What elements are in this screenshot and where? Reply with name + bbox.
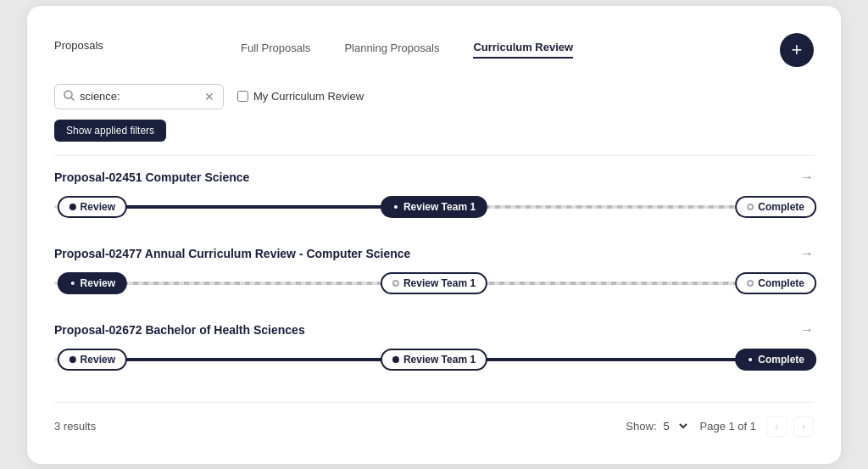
proposal-3-title: Proposal-02672 Bachelor of Health Scienc… bbox=[54, 323, 305, 337]
search-icon bbox=[64, 89, 75, 104]
proposal-item-2: Proposal-02477 Annual Curriculum Review … bbox=[54, 246, 814, 305]
stage-review-team-1-2: Review Team 1 bbox=[381, 272, 487, 294]
my-curriculum-review-checkbox[interactable] bbox=[237, 91, 248, 102]
stage-review-pill: Review bbox=[58, 196, 127, 218]
stage-review-team-1-2-pill: Review Team 1 bbox=[381, 272, 487, 294]
section-label: Proposals bbox=[54, 39, 241, 52]
tabs-row: Full Proposals Planning Proposals Curric… bbox=[241, 41, 780, 59]
stage-review-team-1-label: Review Team 1 bbox=[403, 201, 476, 213]
clear-search-button[interactable]: ✕ bbox=[204, 90, 214, 103]
stage-review-team-1-pill: Review Team 1 bbox=[381, 196, 487, 218]
my-curriculum-review-filter[interactable]: My Curriculum Review bbox=[237, 90, 364, 103]
divider bbox=[54, 155, 814, 156]
search-input[interactable] bbox=[80, 90, 199, 103]
stage-review-3-dot bbox=[70, 356, 76, 363]
show-select: Show: 5 10 25 50 bbox=[626, 419, 689, 433]
stage-review-team-1-3-dot bbox=[392, 356, 399, 363]
show-filters-button[interactable]: Show applied filters bbox=[54, 120, 166, 142]
proposal-1-arrow-icon[interactable]: → bbox=[800, 170, 814, 185]
stage-review-3-pill: Review bbox=[58, 349, 127, 371]
footer: 3 results Show: 5 10 25 50 Page 1 of 1 ‹… bbox=[54, 402, 814, 437]
proposal-2-header: Proposal-02477 Annual Curriculum Review … bbox=[54, 246, 814, 261]
stage-review-team-1-3-label: Review Team 1 bbox=[403, 354, 476, 366]
stage-complete-3-dot bbox=[747, 356, 754, 363]
show-per-page-select[interactable]: 5 10 25 50 bbox=[660, 419, 690, 433]
stage-complete-1-pill: Complete bbox=[735, 196, 816, 218]
tab-curriculum-review[interactable]: Curriculum Review bbox=[473, 41, 573, 59]
search-box: ✕ bbox=[54, 84, 224, 109]
proposal-3-header: Proposal-02672 Bachelor of Health Scienc… bbox=[54, 322, 814, 338]
tab-full-proposals[interactable]: Full Proposals bbox=[241, 42, 310, 58]
proposal-1-title: Proposal-02451 Computer Science bbox=[54, 170, 249, 184]
proposal-1-header: Proposal-02451 Computer Science → bbox=[54, 170, 814, 185]
pagination: ‹ › bbox=[766, 416, 814, 437]
stage-review-dot bbox=[70, 204, 76, 210]
tab-planning-proposals[interactable]: Planning Proposals bbox=[344, 42, 439, 58]
proposal-2-arrow-icon[interactable]: → bbox=[800, 246, 814, 261]
proposal-2-track: Review Review Team 1 Complete bbox=[54, 270, 814, 297]
proposal-item: Proposal-02451 Computer Science → Review bbox=[54, 170, 814, 229]
stage-review-team-1-2-label: Review Team 1 bbox=[403, 277, 476, 289]
proposal-1-track: Review Review Team 1 Complete bbox=[54, 193, 814, 221]
header-left: Proposals bbox=[54, 39, 241, 60]
proposal-3-track: Review Review Team 1 Complete bbox=[54, 346, 814, 373]
show-label: Show: bbox=[626, 420, 656, 433]
proposal-item-3: Proposal-02672 Bachelor of Health Scienc… bbox=[54, 322, 814, 382]
stage-review-3-label: Review bbox=[81, 354, 115, 366]
stage-complete-3: Complete bbox=[735, 349, 816, 371]
page-info: Page 1 of 1 bbox=[700, 420, 757, 433]
results-count: 3 results bbox=[54, 420, 96, 433]
stage-review-team-1-3-pill: Review Team 1 bbox=[381, 349, 487, 371]
add-button[interactable]: + bbox=[780, 33, 814, 67]
proposals-list: Proposal-02451 Computer Science → Review bbox=[54, 170, 814, 382]
stage-review-2-dot bbox=[70, 280, 76, 287]
stage-complete-2-pill: Complete bbox=[735, 272, 816, 294]
prev-page-button[interactable]: ‹ bbox=[766, 416, 787, 437]
stage-review-2-label: Review bbox=[81, 277, 115, 289]
header: Proposals Full Proposals Planning Propos… bbox=[54, 33, 814, 67]
stage-complete-1-dot bbox=[747, 204, 754, 210]
stage-review-3: Review bbox=[58, 349, 127, 371]
stage-complete-2-dot bbox=[747, 280, 754, 287]
stage-review-team-1: Review Team 1 bbox=[381, 196, 487, 218]
stage-review-2: Review bbox=[58, 272, 127, 294]
stage-review-team-1-3: Review Team 1 bbox=[381, 349, 487, 371]
stage-complete-2-label: Complete bbox=[758, 277, 804, 289]
stage-review-label: Review bbox=[81, 201, 115, 213]
stage-review-2-pill: Review bbox=[58, 272, 127, 294]
stage-complete-2: Complete bbox=[735, 272, 816, 294]
stage-complete-1: Complete bbox=[735, 196, 816, 218]
svg-line-1 bbox=[71, 98, 74, 100]
stage-review: Review bbox=[58, 196, 127, 218]
stage-complete-3-label: Complete bbox=[758, 354, 804, 366]
stage-complete-3-pill: Complete bbox=[735, 349, 816, 371]
proposal-3-arrow-icon[interactable]: → bbox=[800, 322, 814, 338]
my-curriculum-review-label: My Curriculum Review bbox=[253, 90, 364, 103]
footer-right: Show: 5 10 25 50 Page 1 of 1 ‹ › bbox=[626, 416, 814, 437]
next-page-button[interactable]: › bbox=[793, 416, 814, 437]
main-card: Proposals Full Proposals Planning Propos… bbox=[27, 6, 841, 464]
stage-complete-1-label: Complete bbox=[758, 201, 804, 213]
proposal-2-title: Proposal-02477 Annual Curriculum Review … bbox=[54, 247, 410, 260]
stage-review-team-1-dot bbox=[392, 204, 399, 210]
stage-review-team-1-2-dot bbox=[392, 280, 399, 287]
search-row: ✕ My Curriculum Review bbox=[54, 84, 814, 109]
